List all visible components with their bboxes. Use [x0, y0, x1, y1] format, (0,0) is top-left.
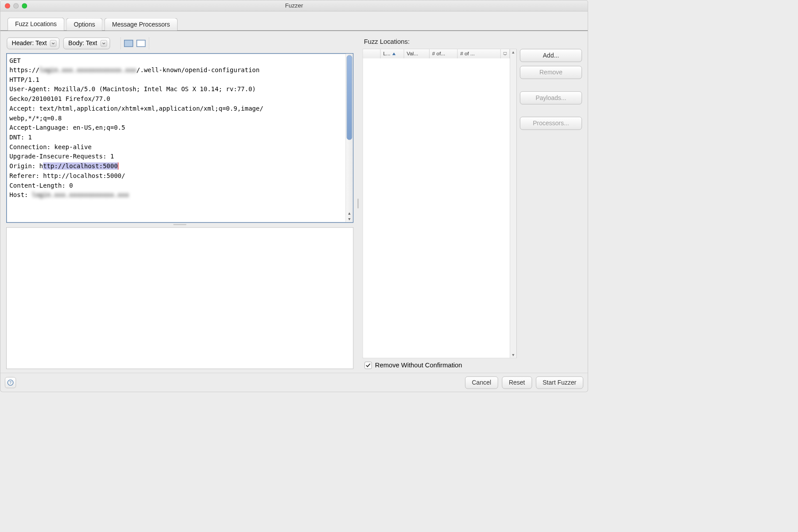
table-scrollbar[interactable]: ▲ ▼ — [510, 49, 516, 358]
left-pane: Header: Text Body: Text — [5, 35, 355, 371]
header-view-select[interactable]: Header: Text — [7, 38, 59, 50]
tab-fuzz-locations[interactable]: Fuzz Locations — [8, 18, 64, 31]
col-menu[interactable] — [501, 49, 510, 58]
footer: ? Cancel Reset Start Fuzzer — [0, 373, 588, 392]
scroll-down-icon[interactable]: ▼ — [510, 353, 516, 357]
fuzz-locations-table: L... Val... # of... # of ... — [363, 49, 517, 359]
main-tabs: Fuzz Locations Options Message Processor… — [0, 12, 588, 31]
checkbox-checked-icon[interactable] — [364, 362, 372, 369]
table-body[interactable] — [363, 58, 510, 358]
horizontal-splitter[interactable] — [5, 223, 355, 226]
checkbox-label: Remove Without Confirmation — [375, 362, 462, 369]
column-picker-icon — [503, 51, 507, 56]
help-icon: ? — [7, 379, 14, 386]
remove-button[interactable]: Remove — [520, 66, 582, 79]
col-num1[interactable]: # of... — [430, 49, 457, 58]
table-header: L... Val... # of... # of ... — [363, 49, 510, 58]
view-mode-combined-button[interactable] — [124, 40, 133, 47]
request-text[interactable]: GET https://login.xxx.xxxxxxxxxxxx.xxx/.… — [7, 54, 345, 222]
request-editor[interactable]: GET https://login.xxx.xxxxxxxxxxxx.xxx/.… — [6, 53, 353, 223]
start-fuzzer-button[interactable]: Start Fuzzer — [536, 376, 583, 389]
col-num2[interactable]: # of ... — [457, 49, 500, 58]
vertical-splitter[interactable] — [357, 35, 360, 371]
cancel-button[interactable]: Cancel — [465, 376, 498, 389]
svg-rect-0 — [504, 52, 507, 54]
tab-options[interactable]: Options — [66, 18, 102, 31]
chevron-down-icon — [50, 40, 57, 47]
titlebar[interactable]: Fuzzer — [0, 0, 588, 12]
reset-button[interactable]: Reset — [502, 376, 532, 389]
col-blank[interactable] — [363, 49, 381, 58]
scroll-up-icon[interactable]: ▲ — [346, 210, 353, 216]
body-view-label: Body: Text — [68, 40, 97, 47]
header-view-label: Header: Text — [12, 40, 47, 47]
chevron-down-icon — [101, 40, 107, 47]
content-area: Header: Text Body: Text — [0, 31, 588, 373]
view-mode-split-button[interactable] — [136, 40, 146, 47]
scroll-up-icon[interactable]: ▲ — [510, 50, 516, 54]
right-pane: Fuzz Locations: L... Val... # of... # of… — [361, 35, 583, 371]
svg-text:?: ? — [9, 380, 12, 385]
scroll-thumb[interactable] — [347, 55, 353, 140]
editor-toolbar: Header: Text Body: Text — [5, 35, 355, 53]
scroll-down-icon[interactable]: ▼ — [346, 216, 353, 222]
processors-button[interactable]: Processors... — [520, 117, 582, 130]
window-title: Fuzzer — [0, 2, 588, 9]
side-buttons: Add... Remove Payloads... Processors... — [520, 49, 582, 359]
add-button[interactable]: Add... — [520, 49, 582, 62]
response-editor[interactable] — [6, 227, 353, 369]
remove-without-confirmation[interactable]: Remove Without Confirmation — [364, 362, 582, 369]
col-location[interactable]: L... — [380, 49, 404, 58]
editor-scrollbar[interactable]: ▲ ▼ — [345, 54, 353, 222]
fuzz-locations-heading: Fuzz Locations: — [364, 38, 582, 46]
body-view-select[interactable]: Body: Text — [63, 38, 110, 50]
tab-message-processors[interactable]: Message Processors — [105, 18, 178, 31]
help-button[interactable]: ? — [5, 377, 16, 388]
col-value[interactable]: Val... — [404, 49, 429, 58]
view-mode-toggle — [120, 38, 149, 50]
fuzzer-window: Fuzzer Fuzz Locations Options Message Pr… — [0, 0, 588, 392]
payloads-button[interactable]: Payloads... — [520, 91, 582, 104]
